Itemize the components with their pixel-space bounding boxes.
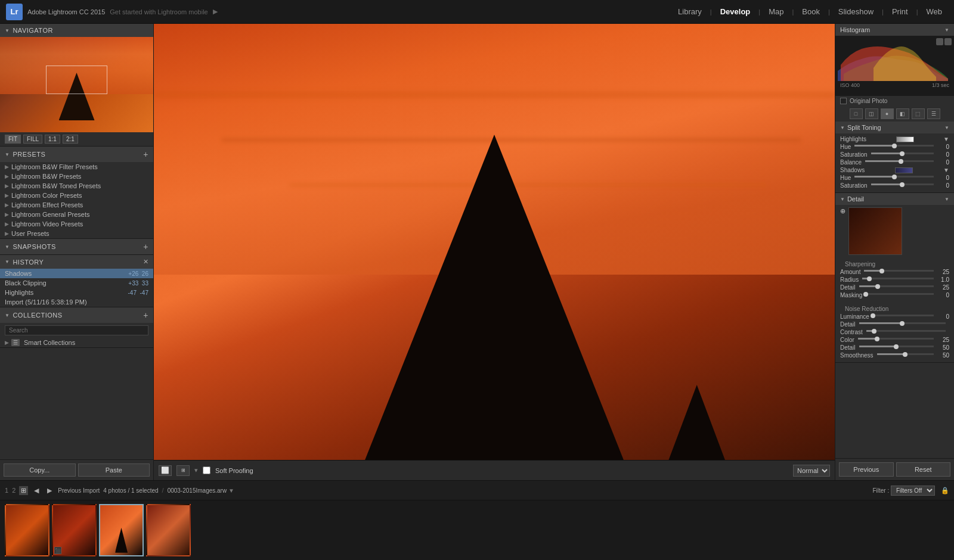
- copy-button[interactable]: Copy...: [4, 463, 76, 477]
- presets-add-btn[interactable]: +: [143, 150, 148, 159]
- next-btn[interactable]: ▶: [45, 486, 54, 496]
- nav-slideshow[interactable]: Slideshow: [832, 5, 879, 18]
- radius-thumb[interactable]: [867, 276, 872, 281]
- nav-web[interactable]: Web: [921, 5, 949, 18]
- shadows-hue-thumb[interactable]: [892, 175, 897, 179]
- list-item[interactable]: ▶ Lightroom General Presets: [0, 210, 153, 219]
- color-slider[interactable]: [858, 338, 934, 340]
- prev-btn[interactable]: ◀: [32, 486, 41, 496]
- crop-tool-icon[interactable]: ⬜: [159, 465, 172, 476]
- history-item[interactable]: Shadows +26 26: [0, 269, 153, 278]
- radius-slider[interactable]: [862, 278, 934, 279]
- thumbnail-3[interactable]: [99, 504, 144, 556]
- thumbnail-4[interactable]: [146, 504, 191, 556]
- snapshots-header[interactable]: ▼ Snapshots +: [0, 239, 153, 254]
- list-item[interactable]: ▶ Lightroom B&W Toned Presets: [0, 181, 153, 191]
- nav-library[interactable]: Library: [672, 5, 708, 18]
- list-item[interactable]: ▶ Lightroom B&W Presets: [0, 172, 153, 181]
- collections-search[interactable]: [5, 325, 148, 335]
- dropdown-arrow-icon[interactable]: ▼: [228, 487, 234, 494]
- soft-proofing-check[interactable]: [203, 466, 210, 474]
- history-close-btn[interactable]: ✕: [143, 258, 149, 266]
- nav-book[interactable]: Book: [796, 5, 826, 18]
- reset-button[interactable]: Reset: [896, 462, 951, 477]
- snapshots-add-btn[interactable]: +: [143, 242, 148, 251]
- lum-detail-thumb[interactable]: [900, 321, 905, 326]
- saturation-thumb[interactable]: [900, 151, 905, 156]
- nav-fill-btn[interactable]: FILL: [23, 135, 42, 144]
- canvas-dropdown[interactable]: Normal: [793, 465, 830, 477]
- grid-view-btn[interactable]: ⊞: [19, 486, 28, 495]
- hue-thumb[interactable]: [892, 144, 897, 148]
- nav-print[interactable]: Print: [886, 5, 914, 18]
- highlights-reset-icon[interactable]: ▼: [943, 136, 949, 142]
- list-item[interactable]: ▶ Lightroom Video Presets: [0, 219, 153, 229]
- previous-button[interactable]: Previous: [839, 462, 894, 477]
- color-thumb[interactable]: [875, 337, 879, 341]
- shadows-sat-slider[interactable]: [871, 183, 934, 185]
- smoothness-thumb[interactable]: [903, 352, 907, 357]
- shadows-color-swatch[interactable]: [895, 167, 913, 173]
- nav-develop[interactable]: Develop: [714, 5, 757, 18]
- lock-icon[interactable]: 🔒: [941, 487, 949, 494]
- smoothness-slider[interactable]: [877, 353, 934, 355]
- shadows-sat-thumb[interactable]: [900, 182, 905, 187]
- list-item[interactable]: ▶ User Presets: [0, 229, 153, 238]
- detail-header[interactable]: ▼ Detail ▼: [835, 193, 954, 205]
- view-single-icon[interactable]: ●: [881, 108, 894, 119]
- color-detail-slider[interactable]: [859, 346, 934, 347]
- contrast-thumb[interactable]: [872, 329, 876, 334]
- masking-thumb[interactable]: [863, 292, 868, 297]
- shadows-hue-slider[interactable]: [854, 176, 934, 178]
- grid-icon[interactable]: ⊞: [176, 465, 190, 476]
- balance-thumb[interactable]: [899, 159, 903, 164]
- nav-fit-btn[interactable]: FIT: [5, 135, 21, 144]
- luminance-thumb[interactable]: [871, 313, 875, 318]
- amount-slider[interactable]: [864, 270, 934, 272]
- thumbnail-2[interactable]: ⬛: [52, 504, 97, 556]
- detail-thumb[interactable]: [875, 284, 880, 289]
- balance-slider[interactable]: [865, 160, 934, 162]
- nav-map[interactable]: Map: [763, 5, 789, 18]
- masking-slider[interactable]: [866, 293, 934, 295]
- collections-header[interactable]: ▼ Collections +: [0, 307, 153, 323]
- split-toning-header[interactable]: ▼ Split Toning ▼: [835, 122, 954, 133]
- hist-clip-shadows-icon[interactable]: [936, 38, 943, 45]
- history-item[interactable]: Highlights -47 -47: [0, 288, 153, 297]
- collections-add-btn[interactable]: +: [143, 310, 148, 320]
- paste-button[interactable]: Paste: [78, 463, 150, 477]
- color-detail-thumb[interactable]: [894, 344, 899, 349]
- view-before-after-icon[interactable]: □: [850, 108, 863, 119]
- list-item[interactable]: ▶ Lightroom Color Presets: [0, 191, 153, 200]
- view-split-icon[interactable]: ◫: [865, 108, 878, 119]
- original-photo-check[interactable]: [840, 98, 847, 104]
- view-survey-icon[interactable]: ⬚: [912, 108, 925, 119]
- filter-select[interactable]: Filters Off: [891, 486, 935, 496]
- hist-clip-highlights-icon[interactable]: [944, 38, 952, 45]
- luminance-slider[interactable]: [873, 315, 934, 316]
- list-item[interactable]: ▶ Lightroom B&W Filter Presets: [0, 162, 153, 172]
- history-header[interactable]: ▼ History ✕: [0, 255, 153, 269]
- contrast-slider[interactable]: [866, 330, 946, 332]
- hue-slider[interactable]: [854, 145, 934, 147]
- history-item[interactable]: Black Clipping +33 33: [0, 278, 153, 288]
- lum-detail-slider[interactable]: [859, 322, 946, 324]
- detail-target-icon[interactable]: ⊕: [840, 207, 846, 213]
- split-toning-menu[interactable]: ▼: [944, 125, 949, 130]
- histogram-header[interactable]: Histogram ▼: [835, 24, 954, 36]
- nav-2to1-btn[interactable]: 2:1: [63, 135, 78, 144]
- thumbnail-1[interactable]: [5, 504, 49, 556]
- view-grid-icon[interactable]: ☰: [927, 108, 940, 119]
- shadows-reset-icon[interactable]: ▼: [943, 167, 949, 173]
- detail-slider[interactable]: [859, 285, 934, 287]
- saturation-slider[interactable]: [871, 153, 934, 154]
- presets-header[interactable]: ▼ Presets +: [0, 147, 153, 162]
- detail-menu[interactable]: ▼: [944, 197, 949, 202]
- view-compare-icon[interactable]: ◧: [896, 108, 909, 119]
- amount-thumb[interactable]: [879, 269, 884, 273]
- list-item[interactable]: ▶ Lightroom Effect Presets: [0, 200, 153, 210]
- history-item[interactable]: Import (5/11/16 5:38:19 PM): [0, 297, 153, 307]
- collection-item[interactable]: ▶ ☰ Smart Collections: [0, 338, 153, 347]
- nav-1to1-btn[interactable]: 1:1: [45, 135, 60, 144]
- highlights-color-swatch[interactable]: [896, 136, 914, 142]
